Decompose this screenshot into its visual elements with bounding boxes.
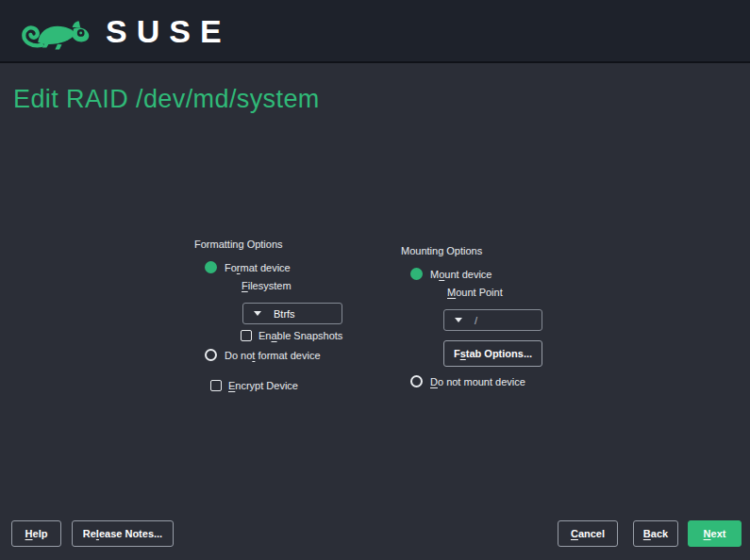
enable-snapshots-label: Enable Snapshots xyxy=(258,330,342,341)
chevron-down-icon xyxy=(254,311,261,316)
mount-device-label: Mount device xyxy=(430,269,492,280)
do-not-mount-label: Do not mount device xyxy=(430,376,525,387)
fstab-options-button[interactable]: Fstab Options... xyxy=(443,340,542,367)
mount-device-radio[interactable]: Mount device xyxy=(410,268,492,280)
next-button[interactable]: Next xyxy=(688,520,742,547)
cancel-button[interactable]: Cancel xyxy=(558,520,618,547)
formatting-options-label: Formatting Options xyxy=(194,239,283,250)
format-device-label: Format device xyxy=(225,262,291,273)
page-title: Edit RAID /dev/md/system xyxy=(13,85,320,114)
encrypt-device-label: Encrypt Device xyxy=(228,380,298,391)
release-notes-button[interactable]: Release Notes... xyxy=(72,520,174,547)
filesystem-dropdown[interactable]: Btrfs xyxy=(242,303,342,324)
enable-snapshots-checkbox[interactable]: Enable Snapshots xyxy=(241,330,342,341)
encrypt-device-checkbox[interactable]: Encrypt Device xyxy=(210,380,298,391)
back-button[interactable]: Back xyxy=(633,520,678,547)
mount-point-label: Mount Point xyxy=(447,287,503,298)
format-device-radio[interactable]: Format device xyxy=(205,261,291,273)
help-button[interactable]: Help xyxy=(11,520,61,547)
radio-icon xyxy=(410,375,423,387)
filesystem-label: Filesystem xyxy=(242,280,292,291)
do-not-mount-radio[interactable]: Do not mount device xyxy=(410,375,525,387)
checkbox-icon xyxy=(210,380,222,391)
radio-icon xyxy=(410,268,423,280)
radio-icon xyxy=(205,261,217,273)
do-not-format-radio[interactable]: Do not format device xyxy=(205,349,321,361)
mounting-options-label: Mounting Options xyxy=(401,245,482,256)
filesystem-value: Btrfs xyxy=(274,308,295,320)
do-not-format-label: Do not format device xyxy=(225,350,321,361)
brand-wordmark: SUSE xyxy=(106,15,231,47)
header-bar: SUSE xyxy=(0,0,750,63)
suse-logo: SUSE xyxy=(21,9,231,53)
app-root: SUSE Edit RAID /dev/md/system Formatting… xyxy=(0,0,750,560)
checkbox-icon xyxy=(241,330,252,341)
mount-point-combobox[interactable]: / xyxy=(443,309,542,331)
chameleon-icon xyxy=(21,9,94,53)
radio-icon xyxy=(205,349,217,361)
mount-point-value: / xyxy=(475,315,477,326)
chevron-down-icon xyxy=(455,318,462,322)
